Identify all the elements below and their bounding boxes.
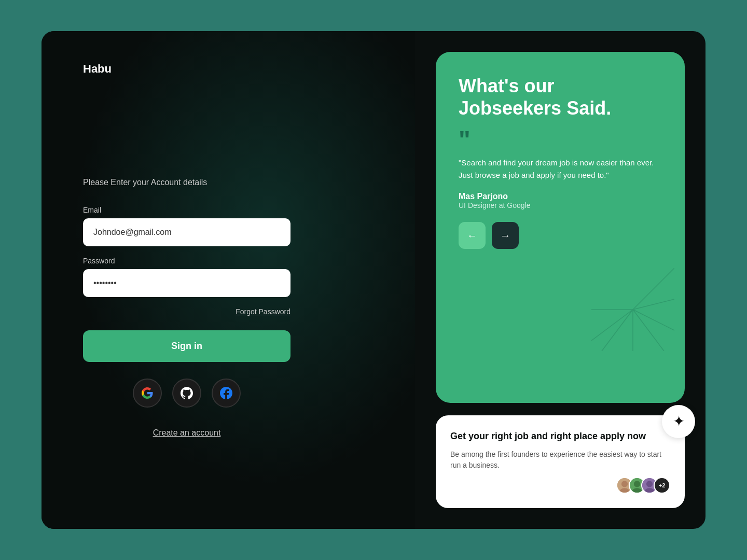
cta-card-title: Get your right job and right place apply… [450,430,670,443]
avatar-count: +2 [654,477,670,494]
arrow-right-icon: → [500,230,510,242]
github-icon [181,387,193,399]
email-input[interactable] [83,218,290,246]
avatars-group: +2 [616,477,670,494]
email-label: Email [83,206,374,214]
forgot-password-link[interactable]: Forgot Password [83,307,290,316]
testimonial-nav: ← → [459,222,662,249]
svg-line-5 [602,310,633,351]
testimonial-title: What's our Jobseekers Said. [459,75,662,119]
star-button[interactable]: ✦ [662,405,695,438]
testimonial-role: UI Designer at Google [459,201,662,209]
social-icons-row [83,379,290,408]
svg-point-15 [646,481,653,487]
testimonial-card: What's our Jobseekers Said. " "Search an… [436,52,685,403]
svg-point-9 [621,481,628,487]
create-account-link[interactable]: Create an account [83,428,290,438]
svg-line-0 [633,268,674,310]
testimonial-quote: "Search and find your dream job is now e… [459,157,662,181]
cta-card-row: +2 [450,477,670,494]
cta-card-text: Be among the first founders to experienc… [450,449,670,471]
form-section: Please Enter your Account details Email … [83,117,374,498]
quote-mark: " [459,128,662,152]
svg-line-2 [633,310,674,330]
cta-card: ✦ Get your right job and right place app… [436,415,685,508]
google-sign-in-button[interactable] [133,379,162,408]
app-logo: Habu [83,62,374,76]
arrow-left-icon: ← [467,230,477,242]
svg-line-1 [633,299,674,310]
password-input[interactable] [83,269,290,297]
facebook-sign-in-button[interactable] [212,379,241,408]
main-container: Habu Please Enter your Account details E… [42,31,706,529]
testimonial-prev-button[interactable]: ← [459,222,486,249]
testimonial-author: Mas Parjono [459,192,662,201]
google-icon [141,387,154,399]
facebook-icon [220,387,232,399]
github-sign-in-button[interactable] [172,379,201,408]
testimonial-next-button[interactable]: → [492,222,519,249]
form-subtitle: Please Enter your Account details [83,178,374,187]
password-label: Password [83,257,374,265]
svg-line-6 [591,310,633,341]
svg-point-12 [634,481,640,487]
sign-in-button[interactable]: Sign in [83,330,290,362]
right-panel: What's our Jobseekers Said. " "Search an… [415,31,706,529]
decorative-star [591,268,674,351]
svg-line-3 [633,310,664,351]
left-panel: Habu Please Enter your Account details E… [42,31,415,529]
